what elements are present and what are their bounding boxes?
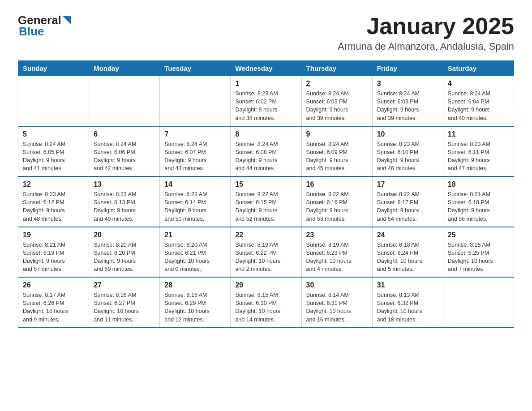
day-number: 28 [164,281,226,289]
day-number: 27 [94,281,155,289]
day-cell: 12Sunrise: 8:23 AM Sunset: 6:12 PM Dayli… [18,176,89,227]
day-number: 14 [164,180,226,188]
day-info: Sunrise: 8:24 AM Sunset: 6:06 PM Dayligh… [94,140,155,173]
calendar-body: 1Sunrise: 8:23 AM Sunset: 6:02 PM Daylig… [18,76,514,328]
day-info: Sunrise: 8:14 AM Sunset: 6:31 PM Dayligh… [306,291,368,324]
day-info: Sunrise: 8:22 AM Sunset: 6:15 PM Dayligh… [235,190,296,223]
day-info: Sunrise: 8:24 AM Sunset: 6:07 PM Dayligh… [164,140,226,173]
day-info: Sunrise: 8:24 AM Sunset: 6:03 PM Dayligh… [377,90,438,122]
day-info: Sunrise: 8:16 AM Sunset: 6:29 PM Dayligh… [164,291,226,324]
day-cell: 17Sunrise: 8:22 AM Sunset: 6:17 PM Dayli… [372,176,443,227]
day-number: 16 [306,180,368,188]
day-info: Sunrise: 8:22 AM Sunset: 6:16 PM Dayligh… [306,190,368,223]
day-cell: 14Sunrise: 8:23 AM Sunset: 6:14 PM Dayli… [160,176,231,227]
day-cell: 2Sunrise: 8:24 AM Sunset: 6:03 PM Daylig… [301,76,372,126]
day-number: 24 [377,231,438,239]
logo: General Blue [18,13,71,39]
day-number: 7 [164,130,226,138]
column-header-wednesday: Wednesday [231,61,301,76]
day-cell: 23Sunrise: 8:19 AM Sunset: 6:23 PM Dayli… [301,227,372,278]
day-info: Sunrise: 8:15 AM Sunset: 6:30 PM Dayligh… [235,291,296,324]
day-number: 31 [377,281,438,289]
day-info: Sunrise: 8:24 AM Sunset: 6:05 PM Dayligh… [23,140,84,173]
day-cell: 4Sunrise: 8:24 AM Sunset: 6:04 PM Daylig… [443,76,514,126]
day-number: 12 [23,180,84,188]
day-cell: 26Sunrise: 8:17 AM Sunset: 6:26 PM Dayli… [18,277,89,328]
day-number: 10 [377,130,438,138]
column-header-thursday: Thursday [301,61,372,76]
day-number: 1 [235,80,296,88]
day-number: 13 [94,180,155,188]
week-row-3: 12Sunrise: 8:23 AM Sunset: 6:12 PM Dayli… [18,176,514,227]
day-info: Sunrise: 8:23 AM Sunset: 6:02 PM Dayligh… [235,90,296,122]
day-cell: 15Sunrise: 8:22 AM Sunset: 6:15 PM Dayli… [231,176,301,227]
week-row-5: 26Sunrise: 8:17 AM Sunset: 6:26 PM Dayli… [18,277,514,328]
day-cell: 8Sunrise: 8:24 AM Sunset: 6:08 PM Daylig… [231,126,301,177]
column-header-sunday: Sunday [18,61,89,76]
svg-marker-0 [63,16,71,24]
day-info: Sunrise: 8:23 AM Sunset: 6:13 PM Dayligh… [94,190,155,223]
day-cell: 10Sunrise: 8:23 AM Sunset: 6:10 PM Dayli… [372,126,443,177]
day-cell: 22Sunrise: 8:19 AM Sunset: 6:22 PM Dayli… [231,227,301,278]
day-info: Sunrise: 8:23 AM Sunset: 6:12 PM Dayligh… [23,190,84,223]
day-info: Sunrise: 8:24 AM Sunset: 6:03 PM Dayligh… [306,90,368,122]
day-info: Sunrise: 8:20 AM Sunset: 6:21 PM Dayligh… [164,241,226,274]
column-header-saturday: Saturday [443,61,514,76]
day-number: 20 [94,231,155,239]
day-number: 25 [448,231,509,239]
calendar-header-row: SundayMondayTuesdayWednesdayThursdayFrid… [18,61,514,76]
day-number: 9 [306,130,368,138]
day-info: Sunrise: 8:21 AM Sunset: 6:18 PM Dayligh… [448,190,509,223]
day-number: 18 [448,180,509,188]
day-cell: 9Sunrise: 8:24 AM Sunset: 6:09 PM Daylig… [301,126,372,177]
day-info: Sunrise: 8:21 AM Sunset: 6:19 PM Dayligh… [23,241,84,274]
day-info: Sunrise: 8:22 AM Sunset: 6:17 PM Dayligh… [377,190,438,223]
day-number: 30 [306,281,368,289]
day-info: Sunrise: 8:24 AM Sunset: 6:04 PM Dayligh… [448,90,509,122]
week-row-1: 1Sunrise: 8:23 AM Sunset: 6:02 PM Daylig… [18,76,514,126]
day-cell: 21Sunrise: 8:20 AM Sunset: 6:21 PM Dayli… [160,227,231,278]
day-cell: 28Sunrise: 8:16 AM Sunset: 6:29 PM Dayli… [160,277,231,328]
header: General Blue January 2025 Armuna de Alma… [18,13,514,52]
day-cell: 13Sunrise: 8:23 AM Sunset: 6:13 PM Dayli… [89,176,160,227]
day-cell: 7Sunrise: 8:24 AM Sunset: 6:07 PM Daylig… [160,126,231,177]
day-number: 5 [23,130,84,138]
day-info: Sunrise: 8:13 AM Sunset: 6:32 PM Dayligh… [377,291,438,324]
day-number: 22 [235,231,296,239]
week-row-4: 19Sunrise: 8:21 AM Sunset: 6:19 PM Dayli… [18,227,514,278]
day-number: 19 [23,231,84,239]
day-cell: 5Sunrise: 8:24 AM Sunset: 6:05 PM Daylig… [18,126,89,177]
week-row-2: 5Sunrise: 8:24 AM Sunset: 6:05 PM Daylig… [18,126,514,177]
day-number: 8 [235,130,296,138]
day-cell [18,76,89,126]
day-cell [160,76,231,126]
day-number: 6 [94,130,155,138]
day-info: Sunrise: 8:17 AM Sunset: 6:26 PM Dayligh… [23,291,84,324]
day-cell: 31Sunrise: 8:13 AM Sunset: 6:32 PM Dayli… [372,277,443,328]
day-cell: 16Sunrise: 8:22 AM Sunset: 6:16 PM Dayli… [301,176,372,227]
day-number: 23 [306,231,368,239]
title-area: January 2025 Armuna de Almanzora, Andalu… [338,13,514,52]
day-info: Sunrise: 8:19 AM Sunset: 6:22 PM Dayligh… [235,241,296,274]
day-number: 4 [448,80,509,88]
day-info: Sunrise: 8:19 AM Sunset: 6:23 PM Dayligh… [306,241,368,274]
day-info: Sunrise: 8:18 AM Sunset: 6:24 PM Dayligh… [377,241,438,274]
day-info: Sunrise: 8:23 AM Sunset: 6:14 PM Dayligh… [164,190,226,223]
day-cell [443,277,514,328]
day-number: 3 [377,80,438,88]
day-cell [89,76,160,126]
day-number: 15 [235,180,296,188]
column-header-tuesday: Tuesday [160,61,231,76]
day-number: 26 [23,281,84,289]
day-number: 29 [235,281,296,289]
calendar-title: January 2025 [338,13,514,39]
day-info: Sunrise: 8:23 AM Sunset: 6:10 PM Dayligh… [377,140,438,173]
column-header-monday: Monday [89,61,160,76]
day-cell: 29Sunrise: 8:15 AM Sunset: 6:30 PM Dayli… [231,277,301,328]
day-cell: 6Sunrise: 8:24 AM Sunset: 6:06 PM Daylig… [89,126,160,177]
day-cell: 19Sunrise: 8:21 AM Sunset: 6:19 PM Dayli… [18,227,89,278]
day-number: 2 [306,80,368,88]
day-info: Sunrise: 8:24 AM Sunset: 6:08 PM Dayligh… [235,140,296,173]
day-cell: 3Sunrise: 8:24 AM Sunset: 6:03 PM Daylig… [372,76,443,126]
day-info: Sunrise: 8:18 AM Sunset: 6:25 PM Dayligh… [448,241,509,274]
